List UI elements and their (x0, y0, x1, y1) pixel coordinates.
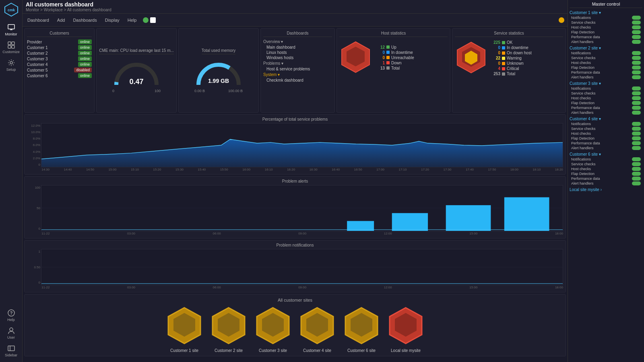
mc-item-label[interactable]: Host checks (571, 132, 591, 136)
mc-item-label[interactable]: Service checks (571, 127, 596, 131)
mc-item-row: Service checks (570, 91, 642, 96)
mc-item-label[interactable]: Service checks (571, 56, 596, 60)
mc-toggle[interactable] (632, 35, 641, 39)
mc-toggle[interactable] (632, 101, 641, 105)
mc-toggle[interactable] (632, 181, 641, 185)
mc-toggle[interactable] (632, 40, 641, 44)
mc-toggle[interactable] (632, 132, 641, 136)
customer-row[interactable]: Customer 1online (27, 45, 92, 50)
mc-item-label[interactable]: Flap Detection (571, 30, 594, 34)
nav-setup[interactable]: Setup (0, 56, 22, 74)
customer-row[interactable]: Customer 5disabled (27, 68, 92, 72)
dash-linux[interactable]: Linux hosts (263, 50, 332, 55)
customer-row[interactable]: Customer 2online (27, 51, 92, 56)
mc-toggle[interactable] (632, 106, 641, 110)
mc-toggle[interactable] (632, 167, 641, 171)
dash-checkmk[interactable]: Checkmk dashboard (263, 78, 332, 83)
mc-site-header[interactable]: Customer 6 site ▾ (570, 152, 642, 156)
mc-item-label[interactable]: Flap Detection (571, 172, 594, 176)
dash-overview[interactable]: Overview ▾ (263, 39, 332, 44)
mc-item-label[interactable]: Performance data (571, 106, 600, 110)
site-item[interactable]: Customer 6 site (343, 306, 380, 353)
customer-row[interactable]: Customer 3online (27, 56, 92, 61)
mc-item-label[interactable]: Host checks (571, 61, 591, 65)
mc-item-label[interactable]: Service checks (571, 21, 596, 25)
nav-monitor[interactable]: Monitor (0, 21, 22, 39)
mc-toggle[interactable] (632, 96, 641, 100)
mc-item-label[interactable]: Performance data (571, 177, 600, 181)
mc-toggle[interactable] (632, 91, 641, 95)
mc-item-label[interactable]: Host checks (571, 167, 591, 171)
mc-item-label[interactable]: Performance data (571, 35, 600, 39)
mc-item-label[interactable]: Notifications (571, 16, 591, 20)
mc-item-label[interactable]: Service checks (571, 162, 596, 166)
mc-toggle[interactable] (632, 157, 641, 161)
mc-item-label[interactable]: Alert handlers (571, 111, 594, 115)
customer-row[interactable]: Customer 4online (27, 62, 92, 67)
mc-item-label[interactable]: Notifications (571, 86, 591, 90)
mc-toggle[interactable] (632, 61, 641, 65)
nav-help[interactable]: ? Help (0, 306, 22, 324)
mc-toggle[interactable] (632, 51, 641, 55)
mc-toggle[interactable] (632, 111, 641, 115)
menu-help[interactable]: Help (126, 17, 138, 23)
mc-toggle[interactable] (632, 70, 641, 74)
mc-toggle[interactable] (632, 162, 641, 166)
dash-system[interactable]: System ▾ (263, 72, 332, 77)
mc-item-label[interactable]: Notifications (571, 51, 591, 55)
customer-row[interactable]: Customer 6online (27, 73, 92, 78)
site-item[interactable]: Customer 4 site (299, 306, 335, 353)
local-site-link[interactable]: Local site mysite › (570, 187, 642, 192)
mc-site-header[interactable]: Customer 2 site ▾ (570, 46, 642, 50)
nav-user[interactable]: User (0, 324, 22, 342)
mc-item-label[interactable]: Alert handlers (571, 40, 594, 44)
mc-item-label[interactable]: Alert handlers (571, 181, 594, 185)
logo[interactable]: cmk (4, 2, 19, 18)
site-item[interactable]: Customer 1 site (166, 306, 202, 353)
mc-toggle[interactable] (632, 172, 641, 176)
site-item[interactable]: Customer 3 site (255, 306, 291, 353)
mc-item-label[interactable]: Host checks (571, 25, 591, 29)
mc-toggle[interactable] (632, 30, 641, 34)
mc-toggle[interactable] (632, 25, 641, 29)
dash-windows[interactable]: Windows hosts (263, 55, 332, 60)
mc-toggle[interactable] (632, 177, 641, 181)
mc-item-label[interactable]: Service checks (571, 91, 596, 95)
mc-item-label[interactable]: Host checks (571, 96, 591, 100)
mc-toggle[interactable] (632, 141, 641, 145)
dash-problems[interactable]: Problems ▾ (263, 61, 332, 66)
mc-site-header[interactable]: Customer 3 site ▾ (570, 81, 642, 86)
mc-item-label[interactable]: Performance data (571, 70, 600, 74)
menu-dashboard[interactable]: Dashboard (26, 17, 51, 23)
mc-toggle[interactable] (632, 146, 641, 150)
mc-toggle[interactable] (632, 66, 641, 70)
mc-toggle[interactable] (632, 86, 641, 90)
mc-toggle[interactable] (632, 16, 641, 20)
mc-item-label[interactable]: Flap Detection (571, 66, 594, 70)
customer-row[interactable]: Provideronline (27, 39, 92, 44)
menu-display[interactable]: Display (103, 17, 121, 23)
mc-item-label[interactable]: Notifications (571, 157, 591, 161)
mc-toggle[interactable] (632, 127, 641, 131)
mc-item-label[interactable]: Flap Detection (571, 101, 594, 105)
mc-item-label[interactable]: Notifications (571, 122, 591, 126)
mc-toggle[interactable] (632, 21, 641, 25)
mc-site-header[interactable]: Customer 1 site ▾ (570, 10, 642, 15)
mc-item-label[interactable]: Flap Detection (571, 136, 594, 140)
menu-dashboards[interactable]: Dashboards (71, 17, 98, 23)
site-item[interactable]: Local site mysite (388, 306, 424, 353)
mc-toggle[interactable] (632, 56, 641, 60)
mc-toggle[interactable] (632, 75, 641, 79)
mc-toggle[interactable] (632, 122, 641, 126)
mc-item-label[interactable]: Alert handlers (571, 146, 594, 150)
nav-customize[interactable]: Customize (0, 39, 22, 56)
menu-add[interactable]: Add (56, 17, 67, 23)
site-item[interactable]: Customer 2 site (211, 306, 247, 353)
mc-site-header[interactable]: Customer 4 site ▾ (570, 117, 642, 121)
dash-main[interactable]: Main dashboard (263, 45, 332, 50)
mc-item-label[interactable]: Performance data (571, 141, 600, 145)
nav-sidebar[interactable]: Sidebar (0, 342, 22, 360)
mc-toggle[interactable] (632, 136, 641, 140)
dash-host-service[interactable]: Host & service problems (263, 66, 332, 72)
mc-item-label[interactable]: Alert handlers (571, 75, 594, 79)
